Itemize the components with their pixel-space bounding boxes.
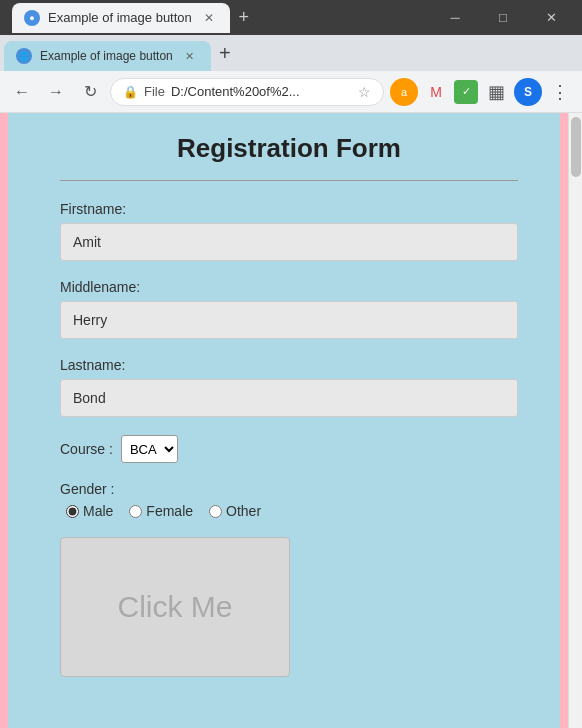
gender-male-radio[interactable] xyxy=(66,505,79,518)
gender-female-radio[interactable] xyxy=(129,505,142,518)
address-bar: ← → ↻ 🔒 File D:/Content%20of%2... ☆ a M … xyxy=(0,71,582,113)
tab-close-btn[interactable]: ✕ xyxy=(181,47,199,65)
gmail-icon[interactable]: M xyxy=(422,78,450,106)
gender-other-label: Other xyxy=(226,503,261,519)
lock-icon: 🔒 xyxy=(123,85,138,99)
tab-title: Example of image button xyxy=(48,10,192,25)
active-tab[interactable]: ● Example of image button ✕ xyxy=(12,3,230,33)
middlename-group: Middlename: xyxy=(60,279,518,339)
menu-icon[interactable]: ⋮ xyxy=(546,78,574,106)
window-controls: ─ □ ✕ xyxy=(432,0,574,35)
forward-button[interactable]: → xyxy=(42,78,70,106)
tab-item[interactable]: 🌐 Example of image button ✕ xyxy=(4,41,211,71)
green-icon[interactable]: ✓ xyxy=(454,80,478,104)
left-border xyxy=(0,113,8,728)
tab-close-button[interactable]: ✕ xyxy=(200,9,218,27)
gender-label: Gender : xyxy=(60,481,518,497)
refresh-button[interactable]: ↻ xyxy=(76,78,104,106)
tab-label: Example of image button xyxy=(40,49,173,63)
title-bar: ● Example of image button ✕ + ─ □ ✕ xyxy=(0,0,582,35)
url-bar[interactable]: 🔒 File D:/Content%20of%2... ☆ xyxy=(110,78,384,106)
firstname-group: Firstname: xyxy=(60,201,518,261)
page-title: Registration Form xyxy=(60,133,518,164)
lastname-label: Lastname: xyxy=(60,357,518,373)
url-text: D:/Content%20of%2... xyxy=(171,84,300,99)
maximize-button[interactable]: □ xyxy=(480,0,526,35)
firstname-input[interactable] xyxy=(60,223,518,261)
image-button[interactable]: Click Me xyxy=(60,537,290,677)
new-tab-btn[interactable]: + xyxy=(211,39,239,67)
gender-female-label: Female xyxy=(146,503,193,519)
gender-other-radio[interactable] xyxy=(209,505,222,518)
middlename-label: Middlename: xyxy=(60,279,518,295)
gender-male-option[interactable]: Male xyxy=(66,503,113,519)
amazon-icon[interactable]: a xyxy=(390,78,418,106)
lastname-group: Lastname: xyxy=(60,357,518,417)
divider xyxy=(60,180,518,181)
scrollbar-thumb[interactable] xyxy=(571,117,581,177)
minimize-button[interactable]: ─ xyxy=(432,0,478,35)
toolbar-icons: a M ✓ ▦ S ⋮ xyxy=(390,78,574,106)
browser-content: Registration Form Firstname: Middlename:… xyxy=(0,113,582,728)
gender-male-label: Male xyxy=(83,503,113,519)
image-button-text: Click Me xyxy=(117,590,232,624)
middlename-input[interactable] xyxy=(60,301,518,339)
gender-row: Gender : Male Female Other xyxy=(60,481,518,519)
firstname-label: Firstname: xyxy=(60,201,518,217)
back-button[interactable]: ← xyxy=(8,78,36,106)
user-avatar[interactable]: S xyxy=(514,78,542,106)
course-row: Course : BCA BBA BSc BA xyxy=(60,435,518,463)
tab-favicon-2: 🌐 xyxy=(16,48,32,64)
gender-female-option[interactable]: Female xyxy=(129,503,193,519)
new-tab-button[interactable]: + xyxy=(230,4,258,32)
bookmark-icon[interactable]: ☆ xyxy=(358,84,371,100)
right-border xyxy=(560,113,568,728)
scrollbar-track[interactable] xyxy=(568,113,582,728)
lastname-input[interactable] xyxy=(60,379,518,417)
colorful-icon[interactable]: ▦ xyxy=(482,78,510,106)
page-area: Registration Form Firstname: Middlename:… xyxy=(0,113,568,728)
protocol-label: File xyxy=(144,84,165,99)
tab-bar: 🌐 Example of image button ✕ + xyxy=(0,35,582,71)
course-label: Course : xyxy=(60,441,113,457)
gender-other-option[interactable]: Other xyxy=(209,503,261,519)
radio-group: Male Female Other xyxy=(60,503,518,519)
course-select[interactable]: BCA BBA BSc BA xyxy=(121,435,178,463)
close-button[interactable]: ✕ xyxy=(528,0,574,35)
tab-favicon: ● xyxy=(24,10,40,26)
